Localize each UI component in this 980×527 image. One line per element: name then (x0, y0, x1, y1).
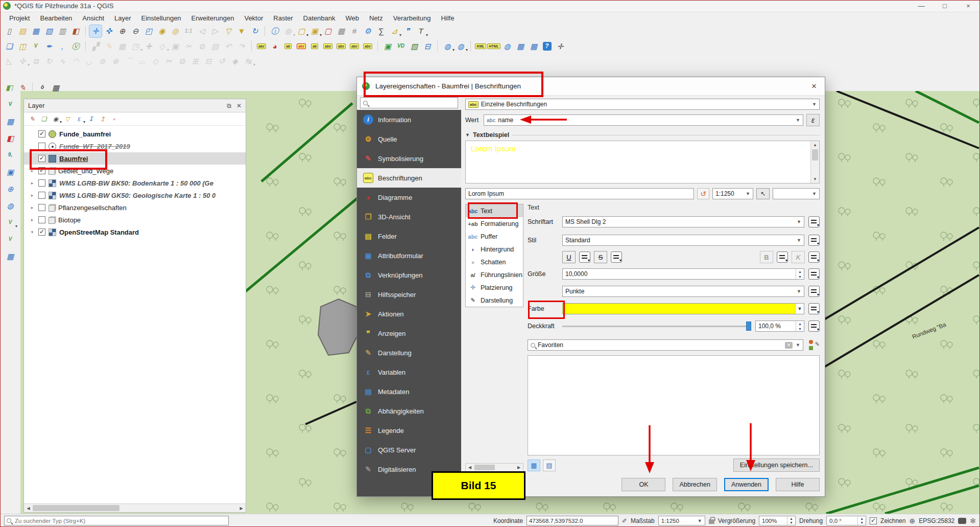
data-defined-override-icon[interactable] (808, 216, 820, 227)
text-color-button[interactable]: ▼ (562, 303, 804, 314)
data-defined-override-icon[interactable] (808, 235, 820, 246)
layer-visibility-checkbox[interactable] (38, 228, 45, 236)
tab-text[interactable]: abc Text (466, 204, 523, 217)
underline-button[interactable]: U (562, 251, 576, 263)
sidebar-item-verknuepfungen[interactable]: ⧉ Verknüpfungen (357, 265, 461, 285)
sidebar-item-3d-ansicht[interactable]: ❒ 3D-Ansicht (357, 207, 461, 226)
expander-icon[interactable]: ▸ (29, 205, 35, 210)
pan-to-selection-icon[interactable]: ✜ (103, 25, 115, 37)
zoom-to-layer-icon[interactable]: ◎ (169, 25, 181, 37)
menu-item[interactable]: Ansicht (77, 13, 109, 23)
sidebar-item-darstellung[interactable]: ✎ Darstellung (357, 343, 461, 362)
tab-platzierung[interactable]: ✣ Platzierung (466, 281, 523, 294)
trim-extend-icon[interactable]: ↹ (242, 55, 254, 67)
panel-close-icon[interactable]: ✕ (236, 102, 242, 109)
font-family-select[interactable]: MS Shell Dlg 2 ▼ (562, 216, 804, 227)
edit-layer-icon[interactable]: ▣ (4, 166, 16, 178)
reshape-features-icon[interactable]: ◇ (149, 55, 161, 67)
processing-toolbox-icon[interactable]: ⚙ (362, 25, 374, 37)
sidebar-item-attributformular[interactable]: ▣ Attributformular (357, 246, 461, 265)
save-settings-button[interactable]: Einstellungen speichern... (733, 459, 820, 472)
close-button[interactable]: × (957, 0, 980, 12)
style-favorites-list[interactable] (528, 355, 820, 455)
split-features-icon[interactable]: ✂ (162, 55, 175, 67)
delete-ring-icon[interactable]: ⊛ (109, 55, 122, 67)
redo-icon[interactable]: ↷ (235, 40, 248, 52)
tab-hintergrund[interactable]: ◗ Hintergrund (466, 243, 523, 256)
select-by-value-icon[interactable]: ▣ (308, 25, 321, 37)
menu-item[interactable]: Web (340, 13, 364, 23)
save-layer-edits-icon[interactable]: ▦ (116, 40, 128, 52)
vector-plus-icon[interactable]: V (4, 98, 16, 110)
icon-view-button[interactable]: ▦ (528, 460, 540, 471)
layer-visibility-checkbox[interactable] (38, 179, 45, 187)
change-label-icon[interactable]: abc (335, 40, 347, 52)
maximize-button[interactable]: □ (933, 0, 957, 12)
tabs-hscrollbar[interactable]: ◀ ▶ (465, 463, 523, 472)
tab-formatierung[interactable]: +ab Formatierung (466, 217, 523, 230)
measure-icon[interactable]: ⊿ (388, 25, 400, 37)
new-bookmark-icon[interactable]: ▽ (222, 25, 234, 37)
expander-icon[interactable]: ▸ (29, 168, 35, 173)
project-new-icon[interactable]: ▯ (3, 25, 15, 37)
data-defined-override-icon[interactable] (777, 251, 788, 263)
expander-icon[interactable]: ▾ (29, 230, 35, 235)
statistics-sum-icon[interactable]: ∑ (375, 25, 387, 37)
export-camera-icon[interactable]: ô (36, 81, 49, 94)
menu-item[interactable]: Hilfe (436, 13, 459, 23)
grid-table-icon[interactable]: ▦ (514, 40, 527, 52)
sample-text-input[interactable]: Lorom Ipsum (465, 188, 694, 199)
zoom-full-icon[interactable]: ◰ (142, 25, 155, 37)
zoom-next-icon[interactable]: ▷ (209, 25, 221, 37)
spin-down-icon[interactable]: ▼ (858, 521, 866, 525)
filter-legend-icon[interactable]: ▽ (62, 114, 73, 124)
sidebar-item-anzeigen[interactable]: ❞ Anzeigen (357, 324, 461, 343)
menu-item[interactable]: Datenbank (298, 13, 341, 23)
layer-visibility-checkbox[interactable] (38, 130, 45, 138)
massstab-select[interactable]: 1:1250 ▼ (658, 516, 705, 525)
lock-scale-icon[interactable] (709, 519, 714, 524)
vector-arrow-icon[interactable]: V (4, 216, 16, 228)
field-calculator-icon[interactable]: # (348, 25, 361, 37)
epsg-status[interactable]: EPSG:25832 (919, 517, 954, 524)
zoom-last-icon[interactable]: ◁ (196, 25, 208, 37)
layer-row[interactable]: ▸ WMS LGRB-BW GK50: Geologische Karte 1 … (24, 189, 246, 201)
tasks-icon[interactable]: ✻ (970, 517, 976, 525)
cancel-button[interactable]: Abbrechen (673, 478, 716, 491)
spin-up-icon[interactable]: ▲ (796, 269, 804, 274)
attribute-grid-icon[interactable]: ▦ (4, 250, 16, 262)
show-bookmarks-icon[interactable]: ▼ (235, 25, 248, 37)
layer-labeling-icon[interactable]: abc (255, 40, 268, 52)
wert-field-select[interactable]: abc name ▼ (484, 114, 803, 126)
crs-globe-icon[interactable]: ⊕ (909, 517, 915, 525)
tab-schatten[interactable]: ● Schatten (466, 256, 523, 268)
web-globe-icon[interactable]: ◍ (501, 40, 513, 52)
split-parts-icon[interactable]: ⧉ (176, 55, 188, 67)
add-virtual-layer-icon[interactable]: Ⓥ (69, 40, 82, 52)
crosshair-icon[interactable]: ✛ (554, 40, 566, 52)
preview-vscrollbar[interactable]: ▲ ▼ (810, 141, 819, 183)
menu-item[interactable]: Bearbeiten (35, 13, 77, 23)
cad-tools-icon[interactable]: ◺ (3, 55, 15, 67)
current-edits-icon[interactable]: ▞ (89, 40, 102, 52)
sidebar-item-felder[interactable]: ▤ Felder (357, 226, 461, 246)
paste-features-icon[interactable]: ▤ (209, 40, 221, 52)
scroll-left-icon[interactable]: ◀ (466, 465, 474, 470)
menu-item[interactable]: Erweiterungen (186, 13, 240, 23)
raster-select-icon[interactable]: ▦ (50, 81, 62, 94)
scroll-down-icon[interactable]: ▼ (813, 175, 817, 183)
help-button[interactable]: Hilfe (776, 478, 820, 491)
map-scale-capture-button[interactable]: ↖ (756, 188, 770, 199)
rotate-feature-icon[interactable]: ↻ (43, 55, 55, 67)
data-defined-override-icon[interactable] (808, 268, 820, 280)
cut-features-icon[interactable]: ✂ (182, 40, 195, 52)
expander-icon[interactable]: ▸ (29, 217, 35, 222)
expand-all-icon[interactable]: ↧ (86, 114, 96, 124)
menu-item[interactable]: Vektor (239, 13, 268, 23)
data-defined-override-icon[interactable] (579, 251, 590, 263)
locator-search-input[interactable] (4, 516, 229, 525)
tab-puffer[interactable]: abc Puffer (466, 230, 523, 243)
delete-selected-icon[interactable]: ▣ (169, 40, 181, 52)
add-part-icon[interactable]: ◡ (83, 55, 95, 67)
merge-attributes-icon[interactable]: ⊟ (202, 55, 214, 67)
